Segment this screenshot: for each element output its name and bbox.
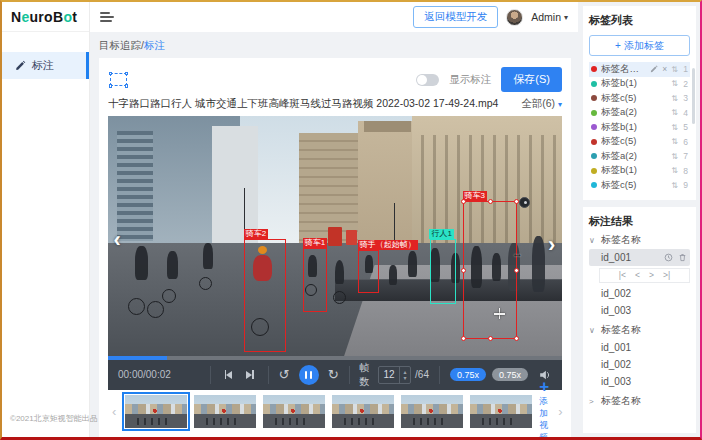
forward-10-icon[interactable]: ↻	[328, 368, 339, 381]
playback-group: ↺ ↻	[279, 365, 339, 385]
tag-shortcut: 9	[682, 180, 688, 190]
video-thumbnail[interactable]	[401, 395, 463, 428]
annotation-box[interactable]: 骑车2	[244, 239, 286, 353]
tag-list-item[interactable]: 标签c(5) ⇅ 3	[589, 91, 690, 106]
thumbs-right-chevron-icon[interactable]: ›	[556, 404, 564, 419]
tag-name: 标签c(5)	[601, 179, 667, 192]
result-group-header[interactable]: ∨标签名称	[589, 232, 690, 249]
sort-updown-icon[interactable]: ⇅	[671, 137, 678, 146]
sort-updown-icon[interactable]: ⇅	[671, 181, 678, 190]
logo-part: N	[11, 9, 21, 25]
filter-dropdown[interactable]: 全部(6)▾	[521, 97, 562, 111]
app-logo: NeuroBot	[2, 2, 89, 32]
video-thumbnail[interactable]	[194, 395, 256, 428]
result-item-selected[interactable]: id_001	[589, 249, 690, 266]
breadcrumb: 目标追踪/标注	[99, 39, 571, 53]
user-menu[interactable]: Admin▾	[531, 11, 568, 23]
scrollbar-thumb[interactable]	[692, 68, 695, 124]
tag-name: 标签c(5)	[601, 92, 667, 105]
tag-list-item[interactable]: 标签a(2) ⇅ 4	[589, 106, 690, 121]
pause-button[interactable]	[299, 365, 319, 385]
add-video-button[interactable]: + 添加视频	[539, 392, 549, 430]
sort-updown-icon[interactable]: ⇅	[671, 123, 678, 132]
scene-person	[203, 243, 213, 269]
annotation-box-label: 行人1	[429, 229, 453, 239]
sort-updown-icon[interactable]: ⇅	[671, 108, 678, 117]
tag-list-item[interactable]: 标签b(1) ⇅ 2	[589, 77, 690, 92]
annotation-box[interactable]: 行人1	[430, 239, 456, 304]
annotation-box[interactable]: 骑车1	[303, 248, 327, 312]
save-button[interactable]: 保存(S)	[501, 67, 562, 92]
result-item[interactable]: id_003	[589, 373, 690, 390]
sort-updown-icon[interactable]: ⇅	[671, 65, 678, 74]
tag-list-item[interactable]: 标签a(2) ⇅ 7	[589, 149, 690, 164]
speed-pill-secondary[interactable]: 0.75x	[492, 368, 528, 381]
resize-handle[interactable]	[488, 199, 493, 204]
video-prev-chevron-icon[interactable]: ‹	[113, 229, 120, 251]
resize-handle[interactable]	[461, 268, 466, 273]
logo-part: o	[63, 9, 72, 25]
result-item[interactable]: id_001	[589, 339, 690, 356]
video-thumbnail[interactable]	[263, 395, 325, 428]
trash-icon[interactable]	[678, 253, 687, 262]
tag-list-item[interactable]: 标签名字最长数... × ⇅ 1	[589, 62, 690, 77]
video-overlay-button[interactable]	[519, 197, 530, 208]
resize-handle[interactable]	[514, 268, 519, 273]
video-thumbnail[interactable]	[470, 395, 532, 428]
nav-first-button[interactable]: |<	[619, 270, 626, 280]
annotation-box[interactable]: 骑手（起始帧）	[358, 250, 379, 292]
annotation-box-label: 骑车1	[303, 238, 327, 248]
track-history-icon[interactable]	[664, 253, 673, 262]
video-next-chevron-icon[interactable]: ›	[548, 234, 555, 256]
tag-list-item[interactable]: 标签b(1) ⇅ 5	[589, 120, 690, 135]
breadcrumb-current: 标注	[144, 39, 165, 51]
result-item[interactable]: id_002	[589, 356, 690, 373]
frame-number-value[interactable]: 12	[379, 369, 399, 380]
tag-list-item[interactable]: 标签c(5) ⇅ 6	[589, 135, 690, 150]
tag-list-item[interactable]: 标签b(1) ⇅ 8	[589, 164, 690, 179]
result-group-header-collapsed[interactable]: >标签名称	[589, 393, 690, 410]
bounding-box-tool-icon[interactable]	[110, 73, 127, 86]
thumbs-left-chevron-icon[interactable]: ‹	[110, 404, 118, 419]
stepper-down-icon[interactable]: ▾	[404, 375, 407, 381]
edit-tag-icon[interactable]	[650, 65, 658, 73]
sort-updown-icon[interactable]: ⇅	[671, 94, 678, 103]
plus-icon: +	[615, 40, 621, 51]
show-annotation-toggle[interactable]	[416, 74, 439, 86]
annotation-box-selected[interactable]: 骑车3	[463, 201, 517, 339]
back-to-model-dev-button[interactable]: 返回模型开发	[413, 6, 498, 28]
result-item[interactable]: id_003	[589, 302, 690, 319]
delete-tag-icon[interactable]: ×	[662, 64, 667, 74]
scene-person	[135, 246, 148, 280]
nav-prev-button[interactable]: <	[635, 270, 640, 280]
result-item-label: id_003	[601, 376, 631, 387]
result-group-header[interactable]: ∨标签名称	[589, 322, 690, 339]
nav-next-button[interactable]: >	[649, 270, 654, 280]
result-item[interactable]: id_002	[589, 285, 690, 302]
breadcrumb-parent[interactable]: 目标追踪	[99, 39, 141, 51]
menu-collapse-icon[interactable]	[100, 12, 114, 22]
sidebar-item-annotate[interactable]: 标注	[2, 52, 89, 79]
prev-frame-button[interactable]	[225, 370, 233, 379]
frame-number-input[interactable]: 12 ▴▾	[378, 366, 411, 384]
rewind-10-icon[interactable]: ↺	[279, 368, 290, 381]
add-tag-button[interactable]: +添加标签	[589, 35, 690, 56]
avatar[interactable]	[506, 9, 523, 26]
sort-updown-icon[interactable]: ⇅	[671, 152, 678, 161]
frame-stepper[interactable]: ▴▾	[399, 367, 410, 383]
sort-updown-icon[interactable]: ⇅	[671, 79, 678, 88]
video-canvas[interactable]: 骑车2 骑车1 骑手（起始帧） 行人1 骑车3	[108, 116, 562, 356]
next-frame-button[interactable]	[246, 370, 254, 379]
sort-updown-icon[interactable]: ⇅	[671, 166, 678, 175]
speed-pill-active[interactable]: 0.75x	[450, 368, 486, 381]
add-tag-label: 添加标签	[624, 39, 664, 53]
divider	[210, 366, 211, 384]
video-thumbnail[interactable]	[332, 395, 394, 428]
nav-last-button[interactable]: >|	[663, 270, 670, 280]
username: Admin	[531, 11, 561, 23]
divider	[439, 366, 440, 384]
video-thumbnail-selected[interactable]	[125, 395, 187, 428]
tag-name: 标签a(2)	[601, 106, 667, 119]
tag-list-item[interactable]: 标签c(5) ⇅ 9	[589, 178, 690, 193]
resize-handle[interactable]	[461, 199, 466, 204]
